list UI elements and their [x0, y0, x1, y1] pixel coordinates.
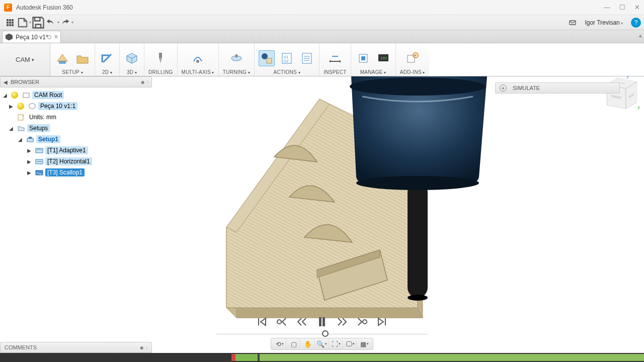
tree-label: CAM Root	[32, 91, 64, 99]
notifications-icon[interactable]	[566, 17, 580, 29]
svg-point-33	[408, 295, 428, 301]
svg-point-3	[196, 60, 199, 63]
comments-panel-header[interactable]: COMMENTS ● ⁞	[0, 342, 152, 353]
tool-library-icon[interactable]	[355, 50, 371, 66]
collapse-arrow-icon[interactable]: ◀	[4, 79, 8, 85]
zoom-button[interactable]: 🔍	[315, 339, 329, 349]
visibility-bulb-icon[interactable]	[17, 103, 24, 110]
manage-group-label[interactable]: MANAGE	[360, 69, 386, 75]
step-back-button[interactable]	[295, 315, 309, 329]
folder-icon[interactable]	[74, 50, 91, 66]
tree-label: Peça 10 v1:1	[38, 102, 77, 110]
turning-icon[interactable]	[228, 50, 245, 66]
undo-button[interactable]	[45, 17, 59, 29]
tab-close-button[interactable]: ✕	[54, 34, 58, 40]
svg-rect-16	[361, 56, 365, 60]
play-pause-button[interactable]	[315, 315, 329, 329]
navigation-toolbar: ⟲ ▢ ✋ 🔍 ⛶ 🖵 ▦	[271, 338, 373, 350]
look-at-button[interactable]: ▢	[287, 339, 300, 349]
window-maximize-button[interactable]: ☐	[619, 4, 625, 11]
svg-rect-32	[408, 182, 428, 298]
user-menu[interactable]: Igor Trevisan	[585, 19, 623, 26]
svg-rect-24	[27, 138, 33, 142]
app-menu-button[interactable]	[3, 17, 17, 29]
browser-options-button[interactable]: ●	[141, 78, 145, 86]
tree-setup1[interactable]: ◢ Setup1	[0, 134, 152, 145]
actions-group-label[interactable]: ACTIONS	[274, 69, 300, 75]
fit-button[interactable]: ⛶	[330, 339, 343, 349]
window-minimize-button[interactable]: —	[604, 4, 610, 11]
add-comment-button[interactable]: ●	[140, 343, 144, 351]
svg-rect-22	[23, 93, 29, 98]
simulation-timeline[interactable]	[0, 353, 644, 362]
setup-group-label[interactable]: SETUP	[62, 69, 83, 75]
viewport[interactable]: ◀ BROWSER ● ⁞ ◢ CAM Root ▶ Peça 10 v1:1 …	[0, 76, 644, 353]
display-settings-button[interactable]: 🖵	[344, 339, 357, 349]
post-process-icon[interactable]: G1G2	[279, 50, 295, 66]
svg-rect-7	[267, 58, 272, 63]
drilling-icon[interactable]	[152, 50, 169, 66]
file-menu-button[interactable]	[17, 17, 31, 29]
tree-op-scallop[interactable]: ▶ [T3] Scallop1	[0, 167, 152, 178]
orbit-button[interactable]: ⟲	[273, 339, 286, 349]
skip-to-start-button[interactable]	[255, 315, 269, 329]
multi-axis-group-label[interactable]: MULTI-AXIS	[182, 69, 214, 75]
svg-rect-1	[59, 61, 65, 63]
task-manager-icon[interactable]: 101	[375, 50, 391, 66]
setup-icon	[26, 135, 34, 143]
help-button[interactable]: ?	[631, 18, 641, 28]
tree-component[interactable]: ▶ Peça 10 v1:1	[0, 101, 152, 112]
document-tab-bar: Peça 10 v1* ✕ ▴	[0, 30, 644, 43]
addins-group-label[interactable]: ADD-INS	[400, 69, 425, 75]
horizontal-op-icon	[35, 157, 43, 165]
tree-units[interactable]: Units: mm	[0, 112, 152, 123]
skip-to-end-button[interactable]	[375, 315, 389, 329]
svg-rect-5	[235, 54, 237, 57]
next-operation-button[interactable]	[355, 315, 369, 329]
2d-icon[interactable]	[99, 50, 115, 66]
window-close-button[interactable]: ✕	[634, 4, 640, 11]
addins-icon[interactable]	[405, 50, 421, 66]
2d-group-label[interactable]: 2D	[102, 69, 112, 75]
svg-point-36	[277, 320, 281, 324]
slider-thumb[interactable]	[322, 330, 329, 337]
setup-icon[interactable]	[54, 50, 70, 66]
save-button[interactable]	[31, 17, 45, 29]
tree-op-horizontal[interactable]: ▶ [T2] Horizontal1	[0, 156, 152, 167]
visibility-bulb-icon[interactable]	[11, 92, 18, 99]
turning-group-label[interactable]: TURNING	[223, 69, 250, 75]
inspect-group-label: INSPECT	[324, 69, 346, 75]
3d-icon[interactable]	[124, 50, 140, 66]
step-forward-button[interactable]	[335, 315, 349, 329]
quick-access-toolbar: Igor Trevisan ?	[0, 15, 644, 30]
simulate-panel-header[interactable]: + SIMULATE	[495, 82, 620, 94]
redo-button[interactable]	[59, 17, 73, 29]
expand-tabs-button[interactable]: ▴	[639, 32, 642, 39]
tree-op-adaptive[interactable]: ▶ [T1] Adaptive1	[0, 145, 152, 156]
workspace-switcher[interactable]: CAM	[0, 43, 50, 76]
document-icon	[6, 34, 13, 41]
expand-icon[interactable]: +	[500, 84, 507, 92]
simulate-button[interactable]	[259, 50, 275, 66]
svg-rect-25	[29, 137, 32, 139]
unsaved-indicator-icon	[47, 35, 51, 39]
simulation-speed-slider[interactable]	[216, 330, 428, 338]
browser-header[interactable]: ◀ BROWSER ● ⁞	[0, 76, 152, 87]
units-icon	[17, 113, 25, 121]
multi-axis-icon[interactable]	[190, 50, 206, 66]
grip-icon[interactable]: ⁞	[147, 79, 148, 85]
viewcube[interactable]: z y FRONT RIGHT TOP	[605, 76, 640, 112]
tree-root[interactable]: ◢ CAM Root	[0, 89, 152, 101]
svg-point-34	[350, 77, 486, 96]
tree-setups[interactable]: ◢ Setups	[0, 123, 152, 134]
3d-group-label[interactable]: 3D	[127, 69, 137, 75]
tree-label: [T3] Scallop1	[45, 168, 85, 176]
grip-icon[interactable]: ⁞	[146, 345, 147, 350]
grid-settings-button[interactable]: ▦	[358, 339, 371, 349]
inspect-icon[interactable]	[327, 50, 343, 66]
prev-operation-button[interactable]	[275, 315, 289, 329]
setup-sheet-icon[interactable]	[299, 50, 315, 66]
svg-point-35	[356, 176, 479, 190]
document-tab[interactable]: Peça 10 v1* ✕	[2, 31, 61, 43]
pan-button[interactable]: ✋	[301, 339, 314, 349]
